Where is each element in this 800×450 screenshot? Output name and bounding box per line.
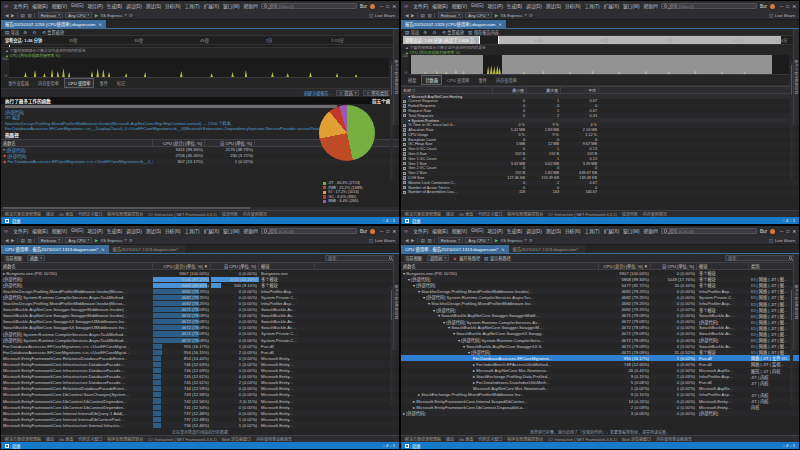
selection-caret[interactable] — [9, 45, 11, 47]
forward-icon[interactable]: ▶ — [411, 13, 415, 18]
menu-item[interactable]: 调试(D) — [524, 228, 544, 234]
col-category[interactable]: 类别 — [749, 263, 799, 269]
menu-item[interactable]: 编辑(E) — [430, 228, 449, 234]
menu-item[interactable]: 扩展(X) — [602, 228, 621, 234]
menu-item[interactable]: 测试(S) — [144, 228, 163, 234]
account-name[interactable]: Bur — [760, 229, 767, 234]
forward-icon[interactable]: ▶ — [11, 238, 15, 243]
col-total-cpu[interactable]: CPU (总计) [单位, %] ▼ — [599, 263, 651, 269]
menu-item[interactable]: 调试(D) — [124, 228, 144, 234]
filter-dropdown[interactable]: ▽筛选▾ — [336, 90, 359, 96]
git-sync-status[interactable]: ↑ 4 ↓ 1 — [383, 443, 395, 448]
menu-item[interactable]: 扩展(X) — [202, 3, 221, 9]
view-dropdown[interactable]: 调用树▾ — [427, 255, 449, 261]
scrollbar-thumb[interactable] — [391, 290, 393, 320]
document-tab[interactable]: 报告20210107-1323.diagsession* — [509, 245, 586, 253]
menu-item[interactable]: 窗口(W) — [221, 228, 242, 234]
document-tab[interactable]: CPU 使用率 - 报告20210107-1313.diagsession*✕ — [401, 245, 509, 253]
solution-explorer-vertical-tab[interactable]: 解决方案资源管理器 — [793, 29, 799, 125]
menu-item[interactable]: 分析(N) — [163, 228, 183, 234]
maximize-button[interactable]: □ — [786, 229, 789, 234]
series-checkbox[interactable] — [403, 133, 406, 136]
search-box[interactable]: 搜索 (Ctrl+Q) — [661, 3, 757, 10]
report-tool-button[interactable]: ⊖ — [33, 30, 38, 35]
report-tab[interactable]: CPU 使用率 — [443, 75, 474, 85]
col-total-cpu[interactable]: CPU (总计) [单位, %] ▼ — [153, 263, 211, 269]
new-file-icon[interactable]: ▤ — [21, 13, 25, 18]
report-tab[interactable]: 事件 — [95, 78, 111, 88]
col-max[interactable]: 最大值 — [527, 87, 561, 93]
report-tool-button[interactable]: ⊖ — [433, 30, 438, 35]
menu-item[interactable]: 分析(N) — [163, 3, 183, 9]
series-checkbox[interactable] — [403, 124, 406, 127]
menu-item[interactable]: 窗口(W) — [221, 3, 242, 9]
start-debug-icon[interactable]: ▶ — [495, 238, 499, 243]
view-dropdown[interactable]: 函数▾ — [27, 255, 45, 261]
menu-item[interactable]: 视图(V) — [450, 3, 469, 9]
save-icon[interactable]: ▥ — [427, 13, 431, 18]
close-button[interactable]: ✕ — [392, 229, 396, 234]
menu-item[interactable]: Git(G) — [69, 3, 86, 9]
menu-item[interactable]: 测试(S) — [544, 228, 563, 234]
configuration-dropdown[interactable]: Release▾ — [438, 12, 463, 19]
avatar[interactable] — [770, 229, 775, 234]
series-checkbox[interactable] — [403, 138, 406, 141]
series-checkbox[interactable] — [403, 167, 406, 170]
save-icon[interactable]: ▥ — [27, 13, 31, 18]
menu-item[interactable]: 视图(V) — [450, 228, 469, 234]
platform-dropdown[interactable]: Any CPU▾ — [465, 237, 492, 244]
scrollbar-thumb[interactable] — [791, 290, 793, 320]
solution-explorer-vertical-tab[interactable]: 解决方案资源管理器 — [393, 254, 399, 350]
document-tab[interactable]: 报告20210107-1323 (CPU使用率).diagsession✕ — [401, 20, 506, 28]
menu-item[interactable]: 项目(P) — [485, 228, 504, 234]
report-tab[interactable]: 事件 — [475, 75, 491, 85]
series-checkbox[interactable] — [403, 181, 406, 184]
close-tab-icon[interactable]: ✕ — [501, 247, 504, 252]
menu-item[interactable]: 工具(T) — [583, 228, 602, 234]
menu-item[interactable]: 扩展(X) — [602, 3, 621, 9]
menu-item[interactable]: 项目(P) — [85, 228, 104, 234]
series-checkbox[interactable] — [403, 128, 406, 131]
platform-dropdown[interactable]: Any CPU▾ — [65, 12, 92, 19]
close-button[interactable]: ✕ — [792, 229, 796, 234]
menu-item[interactable]: Git(G) — [69, 228, 86, 234]
close-tab-icon[interactable]: ✕ — [499, 22, 502, 27]
run-profile-label[interactable]: IIS Express — [101, 238, 122, 243]
menu-item[interactable]: 编辑(E) — [30, 3, 49, 9]
series-checkbox[interactable] — [403, 162, 406, 165]
minimize-button[interactable]: ─ — [380, 4, 383, 9]
report-tab[interactable]: 摘要 — [404, 75, 420, 85]
maximize-button[interactable]: □ — [386, 4, 389, 9]
menu-item[interactable]: 帮助(H) — [242, 3, 258, 9]
panel-tab[interactable]: C# Interactive (.NET Framework 4.6.1) — [148, 437, 217, 442]
panel-tab[interactable]: C# Interactive (.NET Framework 4.6.1) — [548, 212, 617, 217]
panel-tab[interactable]: C# Interactive (.NET Framework 4.6.1) — [548, 437, 617, 442]
report-tab[interactable]: CPU 使用率 — [64, 78, 95, 88]
report-tool-button[interactable]: ▥保存报告内容 — [468, 29, 499, 35]
menu-item[interactable]: 项目(P) — [485, 3, 504, 9]
platform-dropdown[interactable]: Any CPU▾ — [65, 237, 92, 244]
vertical-scrollbar[interactable] — [390, 61, 393, 181]
series-checkbox[interactable] — [403, 100, 406, 103]
series-checkbox[interactable] — [403, 143, 406, 146]
back-icon[interactable]: ◀ — [405, 13, 409, 18]
create-detailed-report-link[interactable]: 创建详细报告... — [304, 90, 333, 96]
series-checkbox[interactable] — [403, 157, 406, 160]
run-profile-label[interactable]: IIS Express — [101, 13, 122, 18]
expand-hot-path-button[interactable]: ◆展开热路径 — [453, 255, 480, 261]
git-sync-status[interactable]: ↑ 4 ↓ 1 — [783, 443, 795, 448]
menu-item[interactable]: 窗口(W) — [621, 3, 642, 9]
series-checkbox[interactable] — [403, 114, 406, 117]
menu-item[interactable]: 帮助(H) — [242, 228, 258, 234]
run-profile-label[interactable]: IIS Express — [501, 13, 522, 18]
menu-item[interactable]: 视图(V) — [50, 3, 69, 9]
minimize-button[interactable]: ─ — [780, 229, 783, 234]
maximize-button[interactable]: □ — [786, 4, 789, 9]
menu-item[interactable]: 视图(V) — [50, 228, 69, 234]
panel-tab[interactable]: C# Interactive (.NET Framework 4.6.1) — [148, 212, 217, 217]
refresh-icon[interactable]: ⟳ — [529, 238, 533, 243]
back-icon[interactable]: ◀ — [5, 238, 9, 243]
menu-item[interactable]: 测试(S) — [144, 3, 163, 9]
forward-icon[interactable]: ▶ — [411, 238, 415, 243]
live-share-button[interactable]: ◫Live Share — [769, 238, 795, 243]
